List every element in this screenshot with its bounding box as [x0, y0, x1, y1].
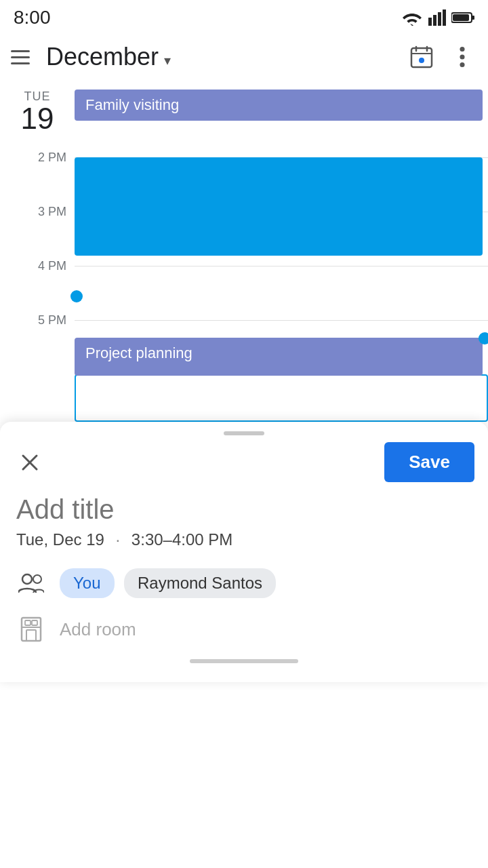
svg-rect-22 [25, 620, 30, 625]
project-planning-event[interactable]: Project planning [75, 338, 483, 376]
svg-point-14 [460, 62, 464, 67]
room-icon [16, 614, 46, 644]
day-label: TUE 19 [0, 81, 75, 134]
allday-events-col: Family visiting [75, 81, 488, 157]
more-options-button[interactable] [447, 42, 477, 72]
day-header: TUE 19 Family visiting [0, 81, 488, 157]
sheet-top-row: Save [0, 442, 488, 489]
blue-event[interactable] [75, 157, 483, 256]
wifi-icon [401, 9, 423, 26]
event-drag-handle-end[interactable] [479, 332, 488, 344]
add-room-section[interactable]: Add room [0, 606, 488, 652]
room-svg-icon [20, 616, 43, 642]
today-calendar-button[interactable] [407, 42, 436, 72]
event-datetime: Tue, Dec 19 · 3:30–4:00 PM [0, 528, 488, 560]
more-vert-icon [459, 46, 466, 68]
attendees-chips: You Raymond Santos [60, 568, 283, 598]
add-room-label[interactable]: Add room [60, 619, 136, 640]
time-5pm: 5 PM [0, 320, 75, 374]
svg-point-18 [33, 575, 41, 583]
status-bar: 8:00 [0, 0, 488, 33]
svg-point-11 [419, 58, 424, 63]
svg-rect-23 [32, 620, 37, 625]
new-event-box[interactable] [75, 374, 488, 422]
svg-point-17 [22, 574, 32, 584]
people-icon [16, 568, 46, 598]
close-icon [20, 453, 39, 472]
svg-point-12 [460, 47, 464, 52]
time-grid: 2 PM 3 PM 4 PM 5 PM Project planning [0, 157, 488, 422]
project-planning-label: Project planning [85, 344, 192, 361]
month-title: December ▾ [46, 43, 407, 71]
event-time: 3:30–4:00 PM [131, 530, 232, 549]
top-bar: December ▾ [0, 33, 488, 81]
attendee-raymond-chip[interactable]: Raymond Santos [124, 568, 276, 598]
svg-rect-0 [428, 18, 432, 26]
grid-line-4pm [75, 266, 488, 320]
battery-icon [451, 12, 474, 24]
svg-rect-21 [26, 630, 36, 641]
home-indicator [0, 652, 488, 666]
svg-rect-5 [472, 16, 474, 20]
day-number: 19 [21, 104, 54, 134]
sheet-handle-bar [224, 431, 264, 435]
svg-rect-1 [433, 15, 436, 26]
svg-rect-2 [438, 12, 441, 26]
attendee-you-chip[interactable]: You [60, 568, 115, 598]
status-icons [401, 9, 474, 26]
svg-rect-3 [443, 9, 446, 26]
grid-events-col: Project planning [75, 157, 488, 422]
save-button[interactable]: Save [384, 442, 474, 482]
top-bar-actions [407, 42, 477, 72]
month-label: December [46, 43, 159, 71]
status-time: 8:00 [14, 7, 51, 28]
close-button[interactable] [14, 446, 46, 479]
sheet-handle [0, 422, 488, 442]
time-3pm: 3 PM [0, 212, 75, 266]
separator: · [116, 530, 121, 549]
bottom-sheet: Save Tue, Dec 19 · 3:30–4:00 PM You Raym… [0, 422, 488, 682]
event-date: Tue, Dec 19 [16, 530, 104, 549]
chevron-down-icon: ▾ [164, 52, 171, 68]
hamburger-menu-button[interactable] [11, 45, 35, 69]
signal-icon [428, 9, 446, 26]
home-bar [190, 659, 298, 663]
event-title-input[interactable] [0, 489, 488, 528]
attendees-section: You Raymond Santos [0, 560, 488, 606]
family-visiting-event[interactable]: Family visiting [75, 90, 483, 121]
time-4pm: 4 PM [0, 266, 75, 320]
svg-point-13 [460, 54, 464, 59]
event-drag-handle-start[interactable] [70, 290, 83, 302]
people-svg-icon [18, 572, 44, 594]
calendar-icon [409, 45, 434, 69]
svg-rect-6 [453, 14, 469, 21]
time-column: 2 PM 3 PM 4 PM 5 PM [0, 157, 75, 422]
time-2pm: 2 PM [0, 157, 75, 212]
